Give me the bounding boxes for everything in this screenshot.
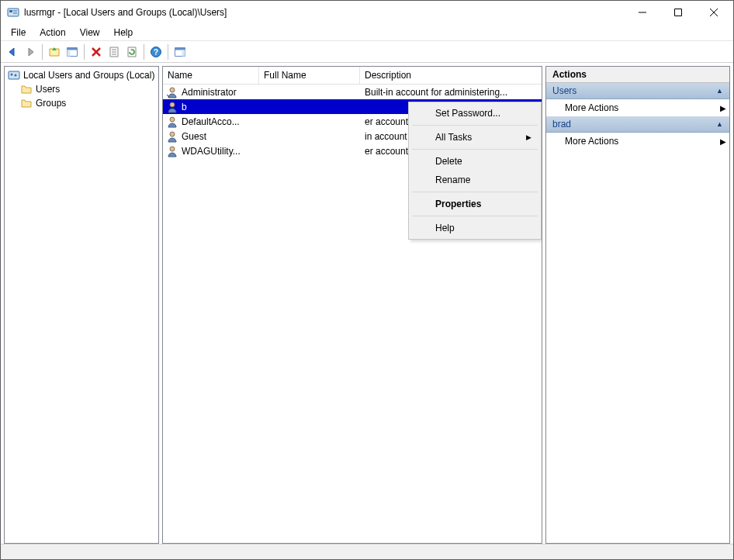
- folder-icon: [20, 83, 33, 95]
- tree-item-users[interactable]: Users: [19, 82, 157, 96]
- delete-button[interactable]: [88, 43, 105, 60]
- actions-pane: Actions Users ▲ More Actions ▶ brad ▲ Mo…: [545, 66, 730, 544]
- context-separator: [412, 216, 538, 216]
- toolbar-divider: [42, 44, 43, 60]
- menu-help[interactable]: Help: [107, 26, 140, 40]
- svg-point-29: [170, 117, 175, 122]
- up-button[interactable]: [46, 43, 63, 60]
- actions-section-selected[interactable]: brad ▲: [546, 116, 729, 133]
- tree-item-groups[interactable]: Groups: [19, 96, 157, 110]
- cell-name: DefaultAcco...: [182, 116, 240, 127]
- cell-name: Administrator: [182, 87, 237, 98]
- chevron-right-icon: ▶: [720, 104, 726, 112]
- title-bar: lusrmgr - [Local Users and Groups (Local…: [1, 1, 733, 24]
- help-button[interactable]: ?: [147, 43, 164, 60]
- context-set-password[interactable]: Set Password...: [410, 104, 539, 123]
- svg-point-26: [15, 74, 17, 77]
- computer-icon: [8, 69, 20, 81]
- forward-button[interactable]: [22, 43, 39, 60]
- actions-more-selected[interactable]: More Actions ▶: [546, 133, 729, 150]
- show-hide-tree-button[interactable]: [64, 43, 81, 60]
- window-title: lusrmgr - [Local Users and Groups (Local…: [24, 7, 625, 18]
- menu-view[interactable]: View: [73, 26, 107, 40]
- user-icon: [166, 116, 178, 128]
- cell-name: Guest: [182, 131, 206, 142]
- menu-file[interactable]: File: [4, 26, 33, 40]
- svg-rect-5: [675, 9, 682, 16]
- svg-line-6: [710, 9, 718, 16]
- actions-section-title: brad: [552, 119, 571, 130]
- context-properties[interactable]: Properties: [410, 195, 539, 213]
- show-hide-action-pane-button[interactable]: [171, 43, 189, 60]
- context-all-tasks[interactable]: All Tasks ▶: [410, 128, 539, 147]
- folder-icon: [20, 97, 33, 109]
- svg-rect-11: [68, 50, 71, 56]
- tree-root-item[interactable]: Local Users and Groups (Local): [6, 68, 157, 82]
- svg-rect-24: [9, 71, 19, 79]
- collapse-icon: ▲: [716, 120, 723, 128]
- actions-more-users[interactable]: More Actions ▶: [546, 99, 729, 116]
- list-header: Name Full Name Description: [163, 67, 542, 85]
- cell-description: Built-in account for administering...: [365, 87, 507, 98]
- context-separator: [412, 149, 538, 150]
- svg-point-31: [170, 147, 175, 151]
- toolbar-divider: [144, 44, 144, 60]
- svg-point-30: [170, 132, 175, 137]
- tree-pane: Local Users and Groups (Local) Users Gro…: [4, 66, 159, 544]
- menu-action[interactable]: Action: [33, 26, 72, 40]
- svg-rect-23: [182, 50, 185, 56]
- context-menu: Set Password... All Tasks ▶ Delete Renam…: [408, 102, 542, 240]
- svg-point-25: [11, 74, 13, 76]
- window-buttons: [625, 1, 732, 24]
- toolbar-divider: [168, 44, 168, 60]
- actions-section-title: Users: [552, 85, 576, 96]
- svg-rect-2: [13, 10, 17, 12]
- user-icon: [166, 130, 178, 143]
- svg-line-7: [710, 9, 718, 16]
- svg-point-27: [170, 88, 175, 92]
- user-icon: [166, 145, 178, 157]
- column-fullname[interactable]: Full Name: [259, 67, 360, 84]
- collapse-icon: ▲: [716, 87, 723, 95]
- context-separator: [412, 192, 538, 192]
- svg-point-28: [170, 102, 175, 107]
- menu-bar: File Action View Help: [1, 24, 733, 41]
- context-separator: [412, 125, 538, 126]
- list-pane: Name Full Name Description Administrator…: [162, 66, 542, 544]
- svg-rect-10: [68, 47, 78, 50]
- list-row[interactable]: Administrator Built-in account for admin…: [163, 85, 542, 99]
- user-icon: [166, 101, 178, 113]
- svg-rect-3: [13, 12, 17, 14]
- column-name[interactable]: Name: [163, 67, 259, 84]
- app-icon: [7, 6, 19, 19]
- chevron-right-icon: ▶: [720, 137, 726, 146]
- context-rename[interactable]: Rename: [410, 171, 539, 189]
- maximize-button[interactable]: [660, 1, 696, 24]
- properties-button[interactable]: [106, 43, 123, 60]
- back-button[interactable]: [4, 43, 21, 60]
- close-button[interactable]: [696, 1, 732, 24]
- tree-users-label: Users: [36, 84, 60, 95]
- user-icon: [166, 86, 178, 99]
- client-area: Local Users and Groups (Local) Users Gro…: [1, 63, 733, 544]
- submenu-arrow-icon: ▶: [526, 133, 531, 141]
- svg-rect-22: [175, 47, 185, 50]
- svg-text:?: ?: [154, 48, 158, 57]
- cell-name: b: [182, 102, 187, 112]
- context-help[interactable]: Help: [410, 219, 539, 237]
- minimize-button[interactable]: [625, 1, 660, 24]
- svg-rect-1: [9, 10, 12, 12]
- cell-name: WDAGUtility...: [182, 146, 241, 157]
- status-bar: [1, 544, 733, 560]
- toolbar: ?: [1, 41, 733, 63]
- tree-root-label: Local Users and Groups (Local): [23, 70, 154, 81]
- refresh-button[interactable]: [123, 43, 140, 60]
- actions-header: Actions: [546, 67, 729, 83]
- toolbar-divider: [84, 44, 85, 60]
- actions-section-users[interactable]: Users ▲: [546, 83, 729, 99]
- tree-groups-label: Groups: [36, 98, 66, 109]
- context-delete[interactable]: Delete: [410, 152, 539, 171]
- column-description[interactable]: Description: [360, 67, 542, 84]
